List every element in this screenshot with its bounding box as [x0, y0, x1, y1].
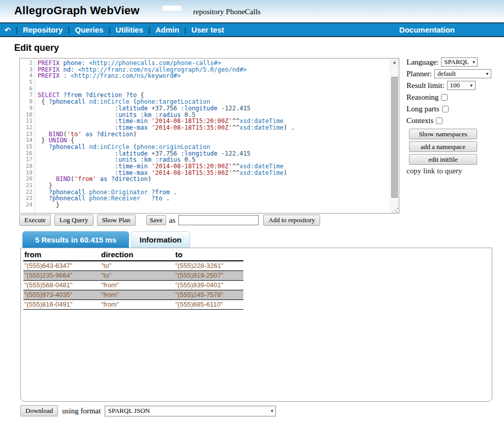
line-number: 8	[20, 99, 35, 105]
save-as-label: as	[169, 216, 176, 225]
header-artifact-box	[163, 6, 181, 11]
format-select-value: SPARQL JSON	[108, 407, 150, 415]
long-parts-label: Long parts	[406, 105, 439, 113]
nav-item-utilities[interactable]: Utilities	[116, 25, 143, 34]
back-arrow-icon[interactable]: ↶	[5, 26, 11, 34]
query-code-area[interactable]: PREFIX phone: <http://phonecalls.com/pho…	[35, 58, 390, 213]
column-header-direction: direction	[100, 250, 174, 261]
table-row: "(555)643-6347""to""(555)228-3261"	[23, 261, 243, 271]
result-cell: "from"	[100, 290, 174, 300]
planner-select[interactable]: default ▼	[434, 69, 491, 78]
copy-link-to-query[interactable]: copy link to query	[406, 167, 504, 175]
tab-information[interactable]: Information	[131, 231, 190, 248]
result-cell: "to"	[100, 271, 174, 281]
nav-item-documentation[interactable]: Documentation	[399, 25, 455, 34]
code-line: BIND('from' as ?direction)	[38, 176, 390, 183]
result-cell: "(555)568-0481"	[23, 281, 100, 290]
reasoning-label: Reasoning	[406, 93, 438, 102]
edit-initfile-button[interactable]: edit initfile	[409, 154, 477, 165]
line-number: 18	[20, 163, 35, 170]
result-cell: "(555)643-6347"	[23, 261, 100, 271]
column-header-from: from	[23, 250, 100, 261]
show-plan-button[interactable]: Show Plan	[97, 215, 136, 226]
code-line: PREFIX : <http://franz.com/ns/keyword#>	[38, 73, 390, 79]
tab-results[interactable]: 5 Results in 60.415 ms	[22, 231, 129, 248]
result-cell: "(555)939-0401"	[174, 281, 243, 290]
query-editor: 23456789101112131415161718192021222324 P…	[19, 58, 399, 214]
results-header-row: from direction to	[23, 250, 243, 261]
query-options-panel: Language: SPARQL ▼ Planner: default ▼ Re…	[406, 57, 504, 175]
code-line	[38, 79, 390, 86]
result-limit-select[interactable]: 100 ▼	[447, 81, 476, 90]
execute-button[interactable]: Execute	[19, 215, 51, 226]
download-button[interactable]: Download	[20, 405, 58, 416]
add-to-repository-button[interactable]: Add to repository	[263, 215, 320, 226]
reasoning-checkbox[interactable]	[441, 94, 448, 101]
nav-item-repository[interactable]: Repository	[23, 25, 62, 34]
result-cell: "from"	[100, 281, 174, 290]
show-namespaces-button[interactable]: Show namespaces	[409, 129, 477, 139]
results-tabs: 5 Results in 60.415 ms Information	[22, 231, 190, 248]
line-number: 12	[20, 125, 35, 131]
page-title: Edit query	[14, 43, 59, 53]
result-cell: "(555)235-9664"	[23, 271, 100, 281]
download-bar: Download using format SPARQL JSON ▼	[20, 405, 276, 416]
repository-label: repository PhoneCalls	[193, 8, 261, 16]
nav-separator: |	[16, 25, 18, 34]
table-row: "(555)235-9664""to""(555)919-2507"	[23, 271, 243, 281]
result-limit-select-value: 100	[450, 81, 460, 89]
contexts-checkbox[interactable]	[436, 117, 443, 124]
table-row: "(555)973-4035""from""(555)245-7578"	[23, 290, 243, 300]
table-row: "(555)816-0491""from""(555)685-6110"	[23, 300, 243, 310]
result-cell: "(555)228-3261"	[174, 261, 243, 271]
planner-select-value: default	[437, 70, 456, 78]
nav-separator: |	[108, 25, 110, 34]
results-table-body: "(555)643-6347""to""(555)228-3261""(555)…	[23, 261, 243, 310]
app-title: AllegroGraph WebView	[14, 4, 139, 17]
line-number: 24	[20, 202, 35, 208]
dropdown-arrow-icon: ▼	[485, 72, 489, 76]
dropdown-arrow-icon: ▼	[270, 409, 274, 413]
line-number: 15	[20, 144, 35, 151]
nav-separator: |	[184, 25, 186, 34]
result-cell: "(555)685-6110"	[174, 300, 243, 310]
format-select[interactable]: SPARQL JSON ▼	[105, 406, 276, 416]
contexts-label: Contexts	[406, 116, 433, 125]
resize-grip-icon[interactable]	[392, 206, 398, 213]
result-cell: "to"	[100, 261, 174, 271]
line-number: 2	[20, 60, 35, 67]
result-cell: "(555)919-2507"	[174, 271, 243, 281]
code-line: BIND('to' as ?direction)	[38, 131, 390, 138]
nav-item-queries[interactable]: Queries	[75, 25, 104, 34]
language-select[interactable]: SPARQL ▼	[441, 57, 478, 67]
language-select-value: SPARQL	[444, 58, 469, 66]
add-namespace-button[interactable]: add a namespace	[409, 141, 477, 152]
nav-item-user-test[interactable]: User test	[192, 25, 224, 34]
query-toolbar: Execute Log Query Show Plan Save as Add …	[19, 215, 320, 226]
nav-separator: |	[148, 25, 150, 34]
save-button[interactable]: Save	[146, 215, 166, 225]
result-cell: "(555)245-7578"	[174, 290, 243, 300]
planner-label: Planner:	[406, 70, 432, 78]
editor-scrollbar[interactable]: ▲	[390, 58, 399, 213]
scrollbar-thumb[interactable]	[391, 77, 398, 198]
dropdown-arrow-icon: ▼	[471, 60, 476, 65]
result-cell: "(555)816-0491"	[23, 300, 100, 310]
long-parts-checkbox[interactable]	[442, 106, 449, 112]
line-number: 5	[20, 79, 35, 86]
save-name-input[interactable]	[178, 215, 259, 225]
table-row: "(555)568-0481""from""(555)939-0401"	[23, 281, 243, 290]
results-panel: from direction to "(555)643-6347""to""(5…	[20, 248, 492, 402]
line-number: 11	[20, 118, 35, 125]
nav-items: |Repository|Queries|Utilities|Admin|User…	[16, 25, 224, 34]
log-query-button[interactable]: Log Query	[54, 215, 93, 226]
scroll-up-icon[interactable]: ▲	[390, 58, 399, 66]
result-limit-label: Result limit:	[406, 81, 445, 90]
results-table: from direction to "(555)643-6347""to""(5…	[23, 250, 243, 310]
code-gutter: 23456789101112131415161718192021222324	[20, 58, 35, 213]
result-cell: "(555)973-4035"	[23, 290, 100, 300]
code-line: ?phonecall phone:Receiver ?to .	[38, 195, 390, 202]
code-line: }	[38, 202, 390, 208]
dropdown-arrow-icon: ▼	[469, 83, 474, 88]
nav-item-admin[interactable]: Admin	[155, 25, 179, 34]
